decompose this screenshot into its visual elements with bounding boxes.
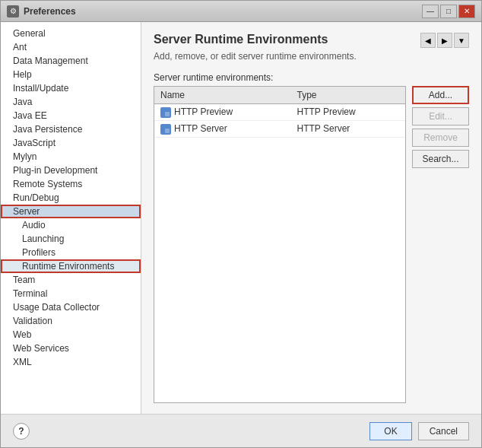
sidebar-item-install-update[interactable]: Install/Update — [1, 81, 141, 95]
sidebar-item-audio[interactable]: Audio — [1, 218, 141, 232]
panel-header: Server Runtime Environments Add, remove,… — [154, 33, 357, 69]
sidebar-item-ant[interactable]: Ant — [1, 40, 141, 54]
remove-button[interactable]: Remove — [412, 129, 469, 147]
action-buttons: Add... Edit... Remove Search... — [412, 86, 469, 403]
table-header-row: Name Type — [154, 87, 405, 104]
sidebar-item-java[interactable]: Java — [1, 95, 141, 109]
minimize-button[interactable]: — — [422, 5, 439, 18]
table-row[interactable]: HTTP ServerHTTP Server — [154, 120, 405, 137]
sidebar-item-run-debug[interactable]: Run/Debug — [1, 191, 141, 205]
sidebar-item-web[interactable]: Web — [1, 328, 141, 342]
sidebar: GeneralAntData ManagementHelpInstall/Upd… — [1, 22, 141, 414]
col-header-type: Type — [291, 87, 405, 104]
nav-back-button[interactable]: ◀ — [420, 33, 436, 48]
panel-title: Server Runtime Environments — [154, 33, 357, 46]
main-panel: Server Runtime Environments Add, remove,… — [141, 22, 481, 414]
env-icon — [160, 107, 171, 118]
sidebar-item-launching[interactable]: Launching — [1, 232, 141, 246]
window-icon: ⚙ — [7, 5, 19, 17]
env-icon — [160, 124, 171, 135]
col-header-name: Name — [154, 87, 291, 104]
title-bar: ⚙ Preferences — □ ✕ — [1, 1, 481, 22]
table-label: Server runtime environments: — [154, 72, 469, 83]
sidebar-item-mylyn[interactable]: Mylyn — [1, 150, 141, 164]
sidebar-item-java-persistence[interactable]: Java Persistence — [1, 122, 141, 136]
close-button[interactable]: ✕ — [458, 5, 475, 18]
window-content: GeneralAntData ManagementHelpInstall/Upd… — [1, 22, 481, 414]
sidebar-item-plugin-development[interactable]: Plug-in Development — [1, 164, 141, 177]
sidebar-item-runtime-environments[interactable]: Runtime Environments — [1, 259, 141, 273]
preferences-window: ⚙ Preferences — □ ✕ GeneralAntData Manag… — [0, 0, 482, 448]
add-button[interactable]: Add... — [412, 86, 469, 104]
bottom-right: OK Cancel — [369, 422, 469, 440]
edit-button[interactable]: Edit... — [412, 107, 469, 126]
sidebar-item-terminal[interactable]: Terminal — [1, 287, 141, 300]
sidebar-item-validation[interactable]: Validation — [1, 314, 141, 328]
nav-arrows: ◀ ▶ ▼ — [420, 33, 469, 48]
nav-forward-button[interactable]: ▶ — [437, 33, 452, 48]
sidebar-item-usage-data-collector[interactable]: Usage Data Collector — [1, 300, 141, 314]
window-title: Preferences — [24, 6, 422, 17]
sidebar-item-web-services[interactable]: Web Services — [1, 342, 141, 355]
sidebar-item-java-ee[interactable]: Java EE — [1, 109, 141, 122]
sidebar-item-general[interactable]: General — [1, 27, 141, 40]
sidebar-item-data-management[interactable]: Data Management — [1, 54, 141, 68]
help-button[interactable]: ? — [13, 423, 30, 440]
env-type-cell: HTTP Preview — [291, 104, 405, 121]
panel-description: Add, remove, or edit server runtime envi… — [154, 51, 357, 62]
table-area: Name Type HTTP PreviewHTTP PreviewHTTP S… — [154, 86, 469, 403]
env-name-cell: HTTP Server — [154, 120, 291, 137]
table-row[interactable]: HTTP PreviewHTTP Preview — [154, 104, 405, 121]
sidebar-item-xml[interactable]: XML — [1, 355, 141, 369]
sidebar-item-team[interactable]: Team — [1, 273, 141, 287]
bottom-bar: ? OK Cancel — [1, 414, 481, 447]
search-button[interactable]: Search... — [412, 150, 469, 168]
ok-button[interactable]: OK — [369, 422, 411, 440]
environments-table: Name Type HTTP PreviewHTTP PreviewHTTP S… — [154, 87, 405, 138]
sidebar-item-help[interactable]: Help — [1, 68, 141, 81]
window-controls: — □ ✕ — [422, 5, 475, 18]
sidebar-item-remote-systems[interactable]: Remote Systems — [1, 177, 141, 191]
sidebar-item-javascript[interactable]: JavaScript — [1, 136, 141, 150]
env-name-cell: HTTP Preview — [154, 104, 291, 121]
table-body: HTTP PreviewHTTP PreviewHTTP ServerHTTP … — [154, 104, 405, 138]
env-type-cell: HTTP Server — [291, 120, 405, 137]
environments-table-container: Name Type HTTP PreviewHTTP PreviewHTTP S… — [154, 86, 406, 403]
bottom-left: ? — [13, 423, 30, 440]
sidebar-item-server[interactable]: Server — [1, 205, 141, 218]
maximize-button[interactable]: □ — [440, 5, 457, 18]
nav-down-button[interactable]: ▼ — [454, 33, 469, 48]
cancel-button[interactable]: Cancel — [418, 422, 469, 440]
panel-header-row: Server Runtime Environments Add, remove,… — [154, 33, 469, 69]
sidebar-item-profilers[interactable]: Profilers — [1, 246, 141, 259]
